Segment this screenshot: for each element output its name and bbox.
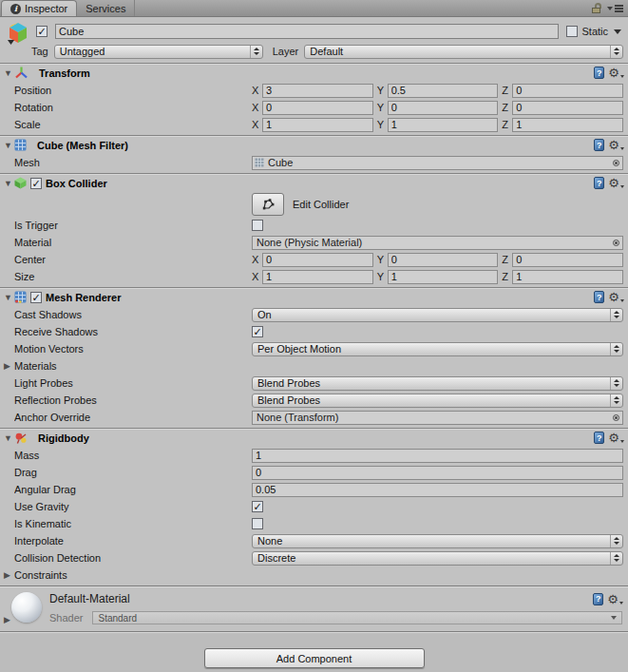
gameobject-cube-icon[interactable] [6, 21, 30, 46]
gameobject-active-checkbox[interactable] [36, 26, 48, 37]
scale-y-field[interactable] [388, 118, 499, 132]
size-x-field[interactable] [262, 270, 373, 284]
foldout-icon[interactable]: ▼ [4, 179, 14, 188]
dropdown-value: Blend Probes [253, 377, 610, 389]
help-icon[interactable]: ? [594, 67, 604, 79]
size-y-field[interactable] [388, 270, 499, 284]
reflection-probes-row: Reflection Probes Blend Probes [0, 392, 628, 409]
help-icon[interactable]: ? [594, 139, 604, 151]
edit-collider-button[interactable] [252, 193, 284, 216]
material-foldout-icon[interactable]: ▶ [4, 615, 10, 624]
rotation-z-field[interactable] [512, 101, 623, 115]
box-collider-enabled-checkbox[interactable] [30, 178, 42, 189]
gear-icon[interactable]: ⚙ [608, 177, 624, 189]
dropdown-arrows-icon [610, 394, 622, 407]
help-icon[interactable]: ? [594, 177, 604, 189]
mass-field[interactable] [252, 449, 623, 463]
mesh-renderer-icon [14, 291, 27, 303]
center-x-field[interactable] [262, 253, 373, 267]
inspector-info-icon: i [10, 4, 21, 14]
axis-y-label: Y [377, 85, 388, 96]
help-icon[interactable]: ? [593, 593, 603, 605]
static-dropdown-icon[interactable] [614, 29, 621, 34]
axis-z-label: Z [502, 102, 512, 113]
material-preview-sphere[interactable] [11, 592, 42, 623]
property-label: Drag [14, 467, 252, 478]
property-label: Is Trigger [14, 220, 252, 231]
center-z-field[interactable] [512, 253, 623, 267]
light-probes-dropdown[interactable]: Blend Probes [252, 376, 623, 391]
rotation-x-field[interactable] [262, 101, 373, 115]
foldout-icon[interactable]: ▶ [4, 570, 14, 580]
gear-icon[interactable]: ⚙ [608, 291, 624, 303]
tag-dropdown[interactable]: Untagged [54, 45, 263, 59]
property-label: Mass [14, 450, 252, 461]
constraints-foldout-row: ▶ Constraints [0, 566, 628, 584]
dropdown-arrows-icon [610, 309, 622, 321]
pane-menu-icon[interactable] [607, 5, 623, 12]
help-icon[interactable]: ? [594, 291, 604, 303]
edit-collider-label: Edit Collider [293, 199, 349, 210]
tab-bar: i Inspector Services [0, 0, 628, 17]
shader-dropdown[interactable]: Standard [92, 611, 622, 624]
gear-icon[interactable]: ⚙ [607, 593, 623, 605]
motion-vectors-dropdown[interactable]: Per Object Motion [252, 342, 623, 356]
interpolate-dropdown[interactable]: None [252, 534, 623, 548]
collision-detection-dropdown[interactable]: Discrete [252, 551, 623, 566]
is-trigger-checkbox[interactable] [252, 220, 263, 231]
position-x-field[interactable] [262, 84, 373, 98]
gameobject-name-field[interactable] [55, 24, 559, 39]
cast-shadows-dropdown[interactable]: On [252, 308, 623, 322]
lock-icon[interactable] [591, 3, 601, 13]
position-z-field[interactable] [512, 84, 623, 98]
layer-dropdown[interactable]: Default [304, 45, 623, 59]
rotation-row: Rotation X Y Z [0, 99, 628, 116]
tab-services[interactable]: Services [77, 0, 135, 16]
component-title: Rigidbody [38, 432, 89, 444]
gear-icon[interactable]: ⚙ [608, 139, 624, 151]
use-gravity-row: Use Gravity [0, 498, 628, 515]
object-picker-icon[interactable] [609, 160, 622, 166]
tab-inspector[interactable]: i Inspector [1, 0, 77, 16]
property-label: Receive Shadows [14, 326, 252, 337]
drag-field[interactable] [252, 466, 623, 480]
property-label: Position [14, 85, 252, 96]
physic-material-object-field[interactable]: None (Physic Material) [252, 236, 623, 250]
property-label: Scale [14, 119, 252, 130]
foldout-icon[interactable]: ▼ [4, 68, 14, 78]
mesh-object-field[interactable]: Cube [252, 156, 623, 170]
rotation-y-field[interactable] [388, 101, 499, 115]
layer-label: Layer [273, 46, 299, 57]
reflection-probes-dropdown[interactable]: Blend Probes [252, 394, 623, 408]
add-component-button[interactable]: Add Component [204, 648, 425, 668]
foldout-icon[interactable]: ▼ [4, 293, 14, 302]
angular-drag-field[interactable] [252, 483, 623, 497]
anchor-override-object-field[interactable]: None (Transform) [252, 411, 623, 425]
interpolate-row: Interpolate None [0, 532, 628, 549]
center-y-field[interactable] [388, 253, 499, 267]
use-gravity-checkbox[interactable] [252, 501, 263, 512]
gear-icon[interactable]: ⚙ [608, 432, 624, 444]
scale-x-field[interactable] [262, 118, 373, 132]
axis-z-label: Z [502, 119, 512, 130]
scale-z-field[interactable] [512, 118, 623, 132]
foldout-icon[interactable]: ▼ [4, 141, 14, 150]
foldout-icon[interactable]: ▼ [4, 433, 14, 443]
dropdown-arrows-icon [610, 343, 622, 355]
center-row: Center X Y Z [0, 251, 628, 268]
is-kinematic-checkbox[interactable] [252, 518, 263, 529]
mesh-renderer-enabled-checkbox[interactable] [30, 292, 42, 303]
property-label: Is Kinematic [14, 518, 252, 529]
position-y-field[interactable] [388, 84, 499, 98]
anchor-override-row: Anchor Override None (Transform) [0, 409, 628, 426]
foldout-icon[interactable]: ▶ [4, 361, 14, 371]
object-picker-icon[interactable] [609, 240, 622, 246]
component-title: Cube (Mesh Filter) [37, 140, 128, 151]
dropdown-value: Per Object Motion [253, 343, 610, 355]
help-icon[interactable]: ? [594, 432, 604, 444]
object-picker-icon[interactable] [609, 414, 622, 421]
gear-icon[interactable]: ⚙ [608, 67, 624, 79]
static-checkbox[interactable] [566, 26, 578, 37]
size-z-field[interactable] [512, 270, 623, 284]
receive-shadows-checkbox[interactable] [252, 326, 263, 337]
